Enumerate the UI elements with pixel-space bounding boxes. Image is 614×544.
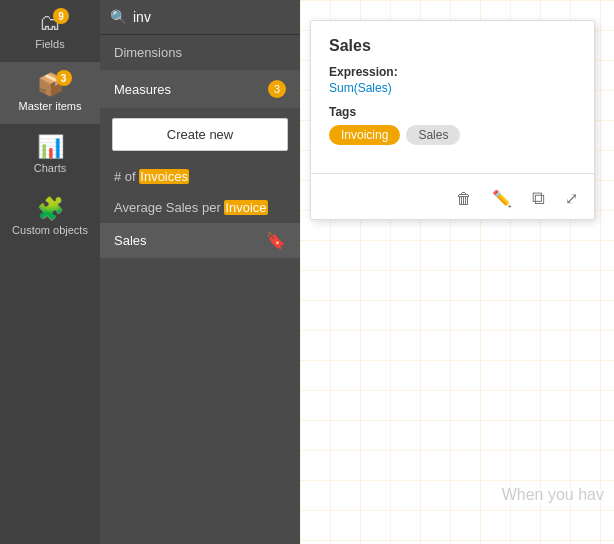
list-item-avg-sales-text: Average Sales per Invoice xyxy=(114,200,286,215)
search-input[interactable] xyxy=(133,9,308,25)
popup-expression-label: Expression: xyxy=(329,65,576,79)
create-new-button[interactable]: Create new xyxy=(112,118,288,151)
edit-icon: ✏️ xyxy=(492,189,512,208)
sidebar: 🗂 9 Fields 📦 3 Master items 📊 Charts 🧩 C… xyxy=(0,0,100,544)
tags-row: Invoicing Sales xyxy=(329,125,576,145)
sidebar-item-master-items-label: Master items xyxy=(19,100,82,112)
charts-icon: 📊 xyxy=(37,134,64,159)
duplicate-button[interactable]: ⧉ xyxy=(528,186,549,211)
popup-divider xyxy=(311,173,594,174)
main-area: — Sales Expression: Sum(Sales) Tags Invo… xyxy=(300,0,614,544)
expand-icon: ⤢ xyxy=(565,189,578,208)
sidebar-item-charts[interactable]: 📊 Charts xyxy=(0,124,100,186)
list-item-sales[interactable]: Sales 🔖 xyxy=(100,223,300,258)
fields-icon-area: 🗂 9 xyxy=(39,12,61,34)
list-item-invoices-count[interactable]: # of Invoices xyxy=(100,161,300,192)
sidebar-item-charts-label: Charts xyxy=(34,162,66,174)
popup-actions: 🗑 ✏️ ⧉ ⤢ xyxy=(311,178,594,219)
invoices-highlight: Invoices xyxy=(139,169,189,184)
custom-objects-icon: 🧩 xyxy=(37,196,64,221)
sidebar-item-custom-objects-label: Custom objects xyxy=(12,224,88,236)
bookmark-icon: 🔖 xyxy=(266,231,286,250)
list-items: # of Invoices Average Sales per Invoice … xyxy=(100,161,300,258)
tab-measures-badge: 3 xyxy=(268,80,286,98)
tab-measures-label: Measures xyxy=(114,82,171,97)
sidebar-item-custom-objects[interactable]: 🧩 Custom objects xyxy=(0,186,100,248)
list-item-sales-text: Sales xyxy=(114,233,266,248)
search-icon: 🔍 xyxy=(110,9,127,25)
sidebar-item-fields[interactable]: 🗂 9 Fields xyxy=(0,0,100,62)
tag-sales[interactable]: Sales xyxy=(406,125,460,145)
popup-card-body: Sales Expression: Sum(Sales) Tags Invoic… xyxy=(311,21,594,169)
middle-panel: 🔍 × Dimensions Measures 3 Create new # o… xyxy=(100,0,300,544)
popup-card: Sales Expression: Sum(Sales) Tags Invoic… xyxy=(310,20,595,220)
watermark-text: When you hav xyxy=(502,486,604,504)
popup-expression-value: Sum(Sales) xyxy=(329,81,576,95)
charts-icon-area: 📊 xyxy=(37,136,64,158)
tag-invoicing[interactable]: Invoicing xyxy=(329,125,400,145)
delete-icon: 🗑 xyxy=(456,190,472,208)
custom-objects-icon-area: 🧩 xyxy=(37,198,64,220)
tabs: Dimensions Measures 3 xyxy=(100,35,300,108)
search-bar: 🔍 × xyxy=(100,0,300,35)
tab-measures[interactable]: Measures 3 xyxy=(100,70,300,108)
delete-button[interactable]: 🗑 xyxy=(452,186,476,211)
tab-dimensions-label: Dimensions xyxy=(114,45,182,60)
sidebar-item-master-items[interactable]: 📦 3 Master items xyxy=(0,62,100,124)
sidebar-item-fields-label: Fields xyxy=(35,38,64,50)
invoice-highlight: Invoice xyxy=(224,200,267,215)
list-item-avg-sales[interactable]: Average Sales per Invoice xyxy=(100,192,300,223)
edit-button[interactable]: ✏️ xyxy=(488,186,516,211)
duplicate-icon: ⧉ xyxy=(532,188,545,209)
list-item-invoices-count-text: # of Invoices xyxy=(114,169,286,184)
popup-title: Sales xyxy=(329,37,576,55)
master-items-icon-area: 📦 3 xyxy=(37,74,64,96)
expand-button[interactable]: ⤢ xyxy=(561,186,582,211)
tab-dimensions[interactable]: Dimensions xyxy=(100,35,300,70)
master-items-badge: 3 xyxy=(56,70,72,86)
fields-badge: 9 xyxy=(53,8,69,24)
popup-tags-label: Tags xyxy=(329,105,576,119)
